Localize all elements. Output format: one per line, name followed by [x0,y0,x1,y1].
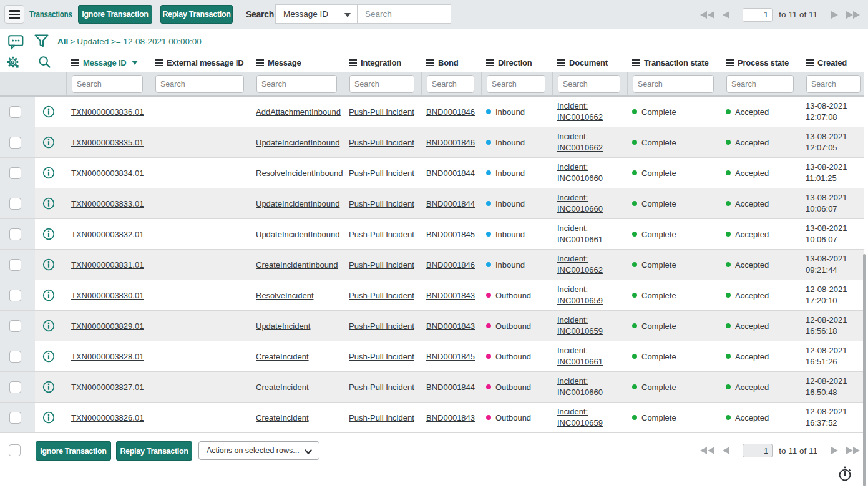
response-time-clock-icon[interactable] [838,466,853,484]
document-link[interactable]: Incident:INC0010661 [557,223,603,246]
table-row[interactable]: TXN0000003834.01 ResolveIncidentInbound … [0,158,864,188]
column-menu-icon[interactable] [155,59,163,66]
column-menu-icon[interactable] [726,59,734,66]
bond-link[interactable]: BND0001844 [426,383,475,392]
message-link[interactable]: UpdateIncidentInbound [256,138,339,147]
row-checkbox[interactable] [9,259,21,271]
message-id-link[interactable]: TXN0000003826.01 [71,413,144,422]
table-row[interactable]: TXN0000003830.01 ResolveIncident Push-Pu… [0,280,864,311]
document-link[interactable]: Incident:INC0010661 [557,345,603,368]
column-menu-icon[interactable] [71,59,79,66]
info-icon[interactable] [42,167,55,179]
message-id-link[interactable]: TXN0000003835.01 [71,138,144,147]
column-header-created[interactable]: Created [801,53,864,72]
column-menu-icon[interactable] [256,59,264,66]
bond-link[interactable]: BND0001845 [426,352,475,361]
bond-link[interactable]: BND0001844 [426,199,475,208]
bond-link[interactable]: BND0001844 [426,168,475,178]
column-header-message[interactable]: Message [251,53,344,72]
replay-transaction-button[interactable]: Replay Transaction [160,5,233,24]
info-icon[interactable] [42,411,55,424]
column-search-input-message-id[interactable] [72,75,143,93]
table-row[interactable]: TXN0000003827.01 CreateIncident Push-Pul… [0,372,864,403]
message-id-link[interactable]: TXN0000003827.01 [71,383,144,392]
message-link[interactable]: UpdateIncident [256,321,310,331]
message-id-link[interactable]: TXN0000003828.01 [71,352,144,361]
row-checkbox[interactable] [9,320,21,332]
row-checkbox[interactable] [9,198,21,210]
bond-link[interactable]: BND0001846 [426,138,475,147]
integration-link[interactable]: Push-Pull Incident [349,199,414,208]
previous-page-button[interactable] [723,11,729,19]
message-link[interactable]: UpdateIncidentInbound [256,230,339,239]
message-link[interactable]: CreateIncident [256,352,309,361]
integration-link[interactable]: Push-Pull Incident [349,383,414,392]
column-menu-icon[interactable] [426,59,434,66]
bond-link[interactable]: BND0001846 [426,107,475,117]
document-link[interactable]: Incident:INC0010660 [557,192,603,215]
row-checkbox[interactable] [9,412,21,424]
vertical-scrollbar-thumb[interactable] [863,254,866,486]
table-row[interactable]: TXN0000003836.01 AddAttachmentInbound Pu… [0,97,864,127]
column-header-integration[interactable]: Integration [344,53,421,72]
column-menu-icon[interactable] [632,59,640,66]
document-link[interactable]: Incident:INC0010662 [557,100,603,124]
integration-link[interactable]: Push-Pull Incident [349,138,414,147]
document-link[interactable]: Incident:INC0010659 [557,406,603,429]
filter-icon[interactable] [34,34,49,52]
global-search-input[interactable] [357,4,451,24]
integration-link[interactable]: Push-Pull Incident [349,168,414,178]
table-row[interactable]: TXN0000003832.01 UpdateIncidentInbound P… [0,219,864,250]
column-search-input-message[interactable] [256,75,337,93]
row-checkbox[interactable] [9,137,21,149]
info-icon[interactable] [42,289,55,301]
first-page-button-footer[interactable] [700,447,714,454]
actions-on-selected-rows-select[interactable]: Actions on selected rows... [198,441,319,460]
column-search-input-process-state[interactable] [726,75,794,93]
message-link[interactable]: ResolveIncidentInbound [256,168,343,178]
column-search-input-document[interactable] [558,75,620,93]
row-checkbox[interactable] [9,167,21,179]
message-id-link[interactable]: TXN0000003831.01 [71,260,144,270]
page-title[interactable]: Transactions [29,0,72,29]
list-menu-button[interactable] [4,5,24,24]
bond-link[interactable]: BND0001843 [426,321,475,331]
list-settings-gear-icon[interactable] [7,56,19,70]
message-id-link[interactable]: TXN0000003833.01 [71,199,144,208]
bond-link[interactable]: BND0001843 [426,413,475,422]
bond-link[interactable]: BND0001845 [426,230,475,239]
info-icon[interactable] [42,136,55,149]
page-number-input-footer[interactable] [743,444,773,457]
row-checkbox[interactable] [9,290,21,301]
message-link[interactable]: ResolveIncident [256,291,314,300]
column-menu-icon[interactable] [557,59,565,66]
message-id-link[interactable]: TXN0000003832.01 [71,230,144,239]
integration-link[interactable]: Push-Pull Incident [349,260,414,270]
message-id-link[interactable]: TXN0000003834.01 [71,168,144,178]
info-icon[interactable] [42,350,55,363]
next-page-button-footer[interactable] [831,447,838,454]
integration-link[interactable]: Push-Pull Incident [349,230,414,239]
integration-link[interactable]: Push-Pull Incident [349,291,414,300]
table-row[interactable]: TXN0000003831.01 CreateIncidentInbound P… [0,250,864,280]
ignore-transaction-button-footer[interactable]: Ignore Transaction [36,441,111,461]
message-link[interactable]: UpdateIncidentInbound [256,199,339,208]
breadcrumb-all-link[interactable]: All [57,37,68,46]
table-row[interactable]: TXN0000003826.01 CreateIncident Push-Pul… [0,403,864,433]
page-number-input[interactable] [743,8,773,22]
document-link[interactable]: Incident:INC0010662 [557,131,603,154]
table-row[interactable]: TXN0000003833.01 UpdateIncidentInbound P… [0,188,864,219]
message-link[interactable]: CreateIncident [256,383,309,392]
info-icon[interactable] [42,228,55,240]
message-id-link[interactable]: TXN0000003830.01 [71,291,144,300]
message-link[interactable]: CreateIncident [256,413,309,422]
ignore-transaction-button[interactable]: Ignore Transaction [78,5,152,24]
last-page-button[interactable] [846,11,860,19]
table-row[interactable]: TXN0000003835.01 UpdateIncidentInbound P… [0,127,864,158]
row-checkbox[interactable] [9,381,21,393]
info-icon[interactable] [42,381,55,393]
document-link[interactable]: Incident:INC0010660 [557,162,603,185]
column-search-input-transaction-state[interactable] [633,75,714,93]
column-search-input-integration[interactable] [349,75,414,93]
table-row[interactable]: TXN0000003829.01 UpdateIncident Push-Pul… [0,311,864,341]
